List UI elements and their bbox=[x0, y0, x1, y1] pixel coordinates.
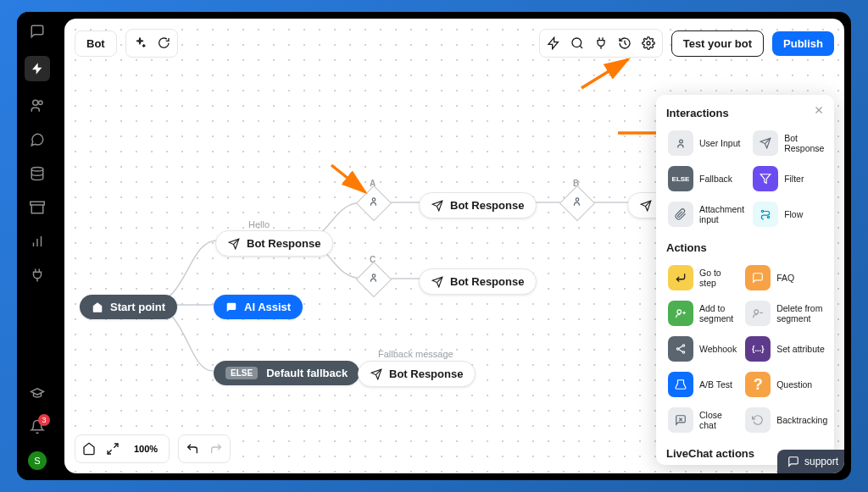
archive-icon[interactable] bbox=[28, 198, 47, 217]
svg-point-43 bbox=[682, 345, 684, 346]
avatar[interactable]: S bbox=[28, 451, 47, 470]
history-icon[interactable] bbox=[615, 33, 635, 53]
ai-assist-node[interactable]: AI Assist bbox=[214, 295, 303, 319]
flow-item[interactable]: Flow bbox=[751, 199, 826, 229]
add-to-segment-item[interactable]: Add to segment bbox=[666, 298, 738, 329]
svg-point-37 bbox=[767, 216, 769, 218]
bot-response-node-3[interactable]: Bot Response bbox=[419, 268, 537, 295]
fallback-item[interactable]: ELSEFallback bbox=[666, 163, 746, 194]
svg-point-32 bbox=[679, 140, 682, 143]
svg-line-9 bbox=[114, 444, 118, 448]
sidebar-rail: 3 S bbox=[17, 12, 58, 480]
bolt-outline-icon[interactable] bbox=[543, 33, 564, 53]
home-icon[interactable] bbox=[79, 439, 99, 459]
interactions-popover: Interactions User Input Bot Response ELS… bbox=[656, 95, 834, 465]
support-button[interactable]: support bbox=[777, 450, 844, 473]
undo-icon[interactable] bbox=[182, 439, 203, 459]
node-label: AI Assist bbox=[244, 301, 291, 313]
test-bot-button[interactable]: Test your bot bbox=[671, 30, 764, 57]
svg-point-8 bbox=[647, 41, 650, 45]
node-label: Bot Response bbox=[450, 199, 524, 212]
bot-response-node-2[interactable]: Bot Response bbox=[419, 192, 537, 218]
bot-response-item[interactable]: Bot Response bbox=[751, 128, 826, 158]
default-fallback-node[interactable]: ELSE Default fallback bbox=[214, 361, 359, 385]
node-label: Default fallback bbox=[266, 367, 348, 379]
go-to-step-item[interactable]: Go to step bbox=[666, 263, 738, 293]
chat-icon[interactable] bbox=[28, 22, 47, 41]
start-point-node[interactable]: Start point bbox=[80, 295, 177, 319]
svg-line-29 bbox=[331, 165, 365, 192]
question-item[interactable]: ?Question bbox=[743, 369, 829, 400]
svg-point-36 bbox=[761, 210, 763, 212]
notification-badge: 3 bbox=[38, 414, 50, 426]
redo-icon[interactable] bbox=[206, 439, 226, 459]
svg-point-2 bbox=[31, 168, 43, 172]
education-icon[interactable] bbox=[28, 384, 47, 402]
node-label: Bot Response bbox=[389, 368, 463, 380]
chart-icon[interactable] bbox=[28, 232, 47, 251]
svg-point-6 bbox=[572, 38, 581, 47]
search-icon[interactable] bbox=[567, 33, 587, 53]
filter-item[interactable]: Filter bbox=[751, 163, 826, 194]
edge-hello: Hello bbox=[248, 219, 270, 229]
bell-icon[interactable]: 3 bbox=[28, 417, 47, 436]
zoom-level[interactable]: 100% bbox=[126, 439, 165, 459]
close-chat-item[interactable]: Close chat bbox=[666, 405, 738, 435]
bot-response-node-1[interactable]: Bot Response bbox=[215, 230, 333, 257]
ab-test-item[interactable]: A/B Test bbox=[666, 369, 738, 400]
set-attribute-item[interactable]: {...}Set attribute bbox=[743, 334, 829, 364]
svg-point-1 bbox=[39, 101, 43, 105]
chat-refresh-icon[interactable] bbox=[153, 33, 174, 53]
svg-point-14 bbox=[372, 274, 376, 278]
faq-item[interactable]: FAQ bbox=[743, 263, 829, 293]
user-input-item[interactable]: User Input bbox=[666, 128, 746, 158]
backtracking-item[interactable]: Backtracking bbox=[743, 405, 829, 435]
people-icon[interactable] bbox=[28, 97, 47, 115]
svg-line-47 bbox=[679, 350, 683, 352]
bot-dropdown[interactable]: Bot bbox=[75, 30, 117, 57]
svg-line-25 bbox=[581, 59, 628, 88]
svg-line-46 bbox=[679, 346, 683, 349]
bot-response-node-5[interactable]: Bot Response bbox=[358, 361, 476, 387]
svg-marker-35 bbox=[760, 174, 771, 184]
database-icon[interactable] bbox=[28, 164, 47, 183]
actions-heading: Actions bbox=[666, 241, 824, 254]
node-label: Bot Response bbox=[450, 275, 524, 288]
plug-small-icon[interactable] bbox=[591, 33, 611, 53]
webhook-item[interactable]: Webhook bbox=[666, 334, 738, 364]
svg-point-45 bbox=[682, 351, 684, 353]
plug-icon[interactable] bbox=[28, 266, 47, 285]
bolt-icon[interactable] bbox=[25, 56, 50, 81]
publish-button[interactable]: Publish bbox=[772, 31, 834, 56]
interactions-heading: Interactions bbox=[666, 107, 824, 119]
canvas-panel: Bot Test your bot Publish 100% bbox=[64, 19, 844, 473]
node-label: Bot Response bbox=[247, 237, 320, 250]
start-point-label: Start point bbox=[110, 301, 165, 313]
close-icon[interactable] bbox=[813, 104, 825, 119]
svg-point-38 bbox=[677, 310, 682, 314]
svg-point-41 bbox=[754, 310, 759, 314]
gear-icon[interactable] bbox=[638, 33, 659, 53]
attachment-input-item[interactable]: Attachment input bbox=[666, 199, 746, 229]
svg-point-19 bbox=[576, 198, 579, 202]
edge-fallback: Fallback message bbox=[378, 349, 453, 359]
delete-from-segment-item[interactable]: Delete from segment bbox=[743, 298, 829, 329]
sparkle-icon[interactable] bbox=[130, 33, 150, 53]
svg-line-7 bbox=[580, 46, 582, 48]
else-badge: ELSE bbox=[225, 367, 258, 379]
svg-point-0 bbox=[33, 100, 38, 105]
chat-outline-icon[interactable] bbox=[28, 130, 47, 149]
svg-point-44 bbox=[676, 348, 678, 350]
expand-icon[interactable] bbox=[103, 439, 123, 459]
svg-line-10 bbox=[108, 450, 112, 454]
